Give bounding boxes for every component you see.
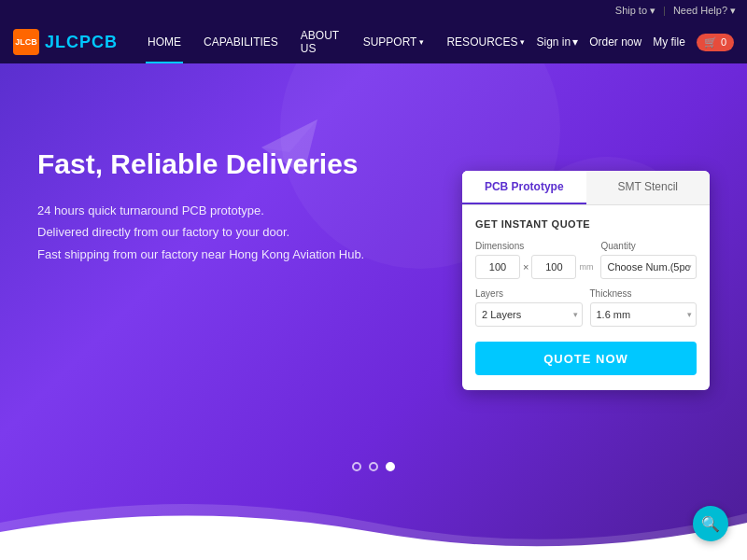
- hero-title: Fast, Reliable Deliveries: [37, 147, 364, 181]
- my-file-link[interactable]: My file: [653, 35, 685, 49]
- signin-link[interactable]: Sign in ▾: [536, 35, 578, 49]
- quote-form-body: GET INSTANT QUOTE Dimensions × mm Quanti…: [462, 205, 710, 390]
- hero-desc-line1: 24 hours quick turnaround PCB prototype.: [37, 203, 264, 217]
- tab-smt-stencil[interactable]: SMT Stencil: [586, 171, 711, 204]
- thickness-select-wrapper: 1.6 mm 0.8 mm 1.0 mm 1.2 mm 2.0 mm ▾: [590, 302, 698, 327]
- quote-form-title: GET INSTANT QUOTE: [475, 218, 697, 230]
- hero-desc: 24 hours quick turnaround PCB prototype.…: [37, 200, 364, 265]
- quote-card: PCB Prototype SMT Stencil GET INSTANT QU…: [462, 171, 710, 390]
- nav-right: Sign in ▾ Order now My file 🛒 0: [536, 34, 734, 51]
- navbar: JLCB JLCPCB HOME CAPABILITIES ABOUT US S…: [0, 21, 747, 63]
- ship-to[interactable]: Ship to ▾: [615, 5, 655, 17]
- nav-item-home[interactable]: HOME: [136, 21, 192, 63]
- carousel-dot-2[interactable]: [369, 462, 378, 471]
- dimensions-inputs: × mm: [475, 255, 593, 279]
- hero-desc-line3: Fast shipping from our factory near Hong…: [37, 247, 364, 261]
- dimension-height-input[interactable]: [531, 255, 576, 279]
- quantity-select[interactable]: Choose Num.(5pcs) 10 pcs 25 pcs 50 pcs 1…: [600, 255, 697, 279]
- support-chevron: ▾: [419, 37, 424, 47]
- hero-desc-line2: Delivered directly from our factory to y…: [37, 225, 289, 239]
- quote-now-button[interactable]: QUOTE NOW: [475, 342, 697, 375]
- hero-section: Fast, Reliable Deliveries 24 hours quick…: [0, 63, 747, 560]
- dimension-width-input[interactable]: [475, 255, 520, 279]
- hero-text-area: Fast, Reliable Deliveries 24 hours quick…: [37, 147, 364, 265]
- quantity-label: Quantity: [600, 241, 697, 251]
- nav-item-about[interactable]: ABOUT US: [289, 21, 352, 63]
- logo-icon: JLCB: [13, 29, 39, 55]
- layers-select-wrapper: 2 Layers 4 Layers 6 Layers ▾: [475, 302, 583, 327]
- signin-chevron: ▾: [572, 35, 578, 49]
- top-bar: Ship to ▾ | Need Help? ▾: [0, 0, 747, 21]
- layers-select[interactable]: 2 Layers 4 Layers 6 Layers: [475, 302, 583, 327]
- chat-search-button[interactable]: 🔍: [693, 506, 728, 541]
- dim-separator: ×: [523, 261, 529, 273]
- carousel-dot-1[interactable]: [352, 462, 361, 471]
- cart-count: 0: [721, 36, 726, 48]
- nav-item-resources[interactable]: RESOURCES ▾: [435, 21, 536, 63]
- need-help[interactable]: Need Help? ▾: [673, 5, 736, 17]
- carousel-dot-3[interactable]: [386, 462, 395, 471]
- cart-button[interactable]: 🛒 0: [697, 34, 734, 51]
- nav-links: HOME CAPABILITIES ABOUT US SUPPORT ▾ RES…: [136, 21, 536, 63]
- search-icon: 🔍: [701, 515, 720, 533]
- layers-group: Layers 2 Layers 4 Layers 6 Layers ▾: [475, 288, 583, 327]
- thickness-group: Thickness 1.6 mm 0.8 mm 1.0 mm 1.2 mm 2.…: [590, 288, 698, 327]
- nav-item-capabilities[interactable]: CAPABILITIES: [192, 21, 289, 63]
- nav-item-support[interactable]: SUPPORT ▾: [352, 21, 436, 63]
- dimensions-group: Dimensions × mm: [475, 241, 593, 279]
- layers-thickness-row: Layers 2 Layers 4 Layers 6 Layers ▾ Thic…: [475, 288, 697, 327]
- quantity-group: Quantity Choose Num.(5pcs) 10 pcs 25 pcs…: [600, 241, 697, 279]
- dim-unit-label: mm: [579, 262, 593, 272]
- layers-label: Layers: [475, 288, 583, 299]
- order-now-link[interactable]: Order now: [589, 35, 641, 49]
- dimensions-quantity-row: Dimensions × mm Quantity Choose Num.(5pc…: [475, 241, 697, 279]
- resources-chevron: ▾: [520, 37, 525, 47]
- thickness-select[interactable]: 1.6 mm 0.8 mm 1.0 mm 1.2 mm 2.0 mm: [590, 302, 698, 327]
- cart-icon: 🛒: [704, 36, 717, 49]
- logo-area[interactable]: JLCB JLCPCB: [13, 29, 118, 55]
- ship-to-chevron: ▾: [650, 5, 655, 17]
- divider: |: [663, 5, 666, 16]
- logo-text: JLCPCB: [45, 33, 118, 52]
- dimensions-label: Dimensions: [475, 241, 593, 251]
- carousel-dots: [352, 462, 395, 471]
- quantity-select-wrapper: Choose Num.(5pcs) 10 pcs 25 pcs 50 pcs 1…: [600, 255, 697, 279]
- wave-decoration: [0, 485, 747, 560]
- quote-tabs: PCB Prototype SMT Stencil: [462, 171, 710, 205]
- tab-pcb-prototype[interactable]: PCB Prototype: [462, 171, 586, 204]
- need-help-chevron: ▾: [730, 5, 736, 17]
- thickness-label: Thickness: [590, 288, 698, 299]
